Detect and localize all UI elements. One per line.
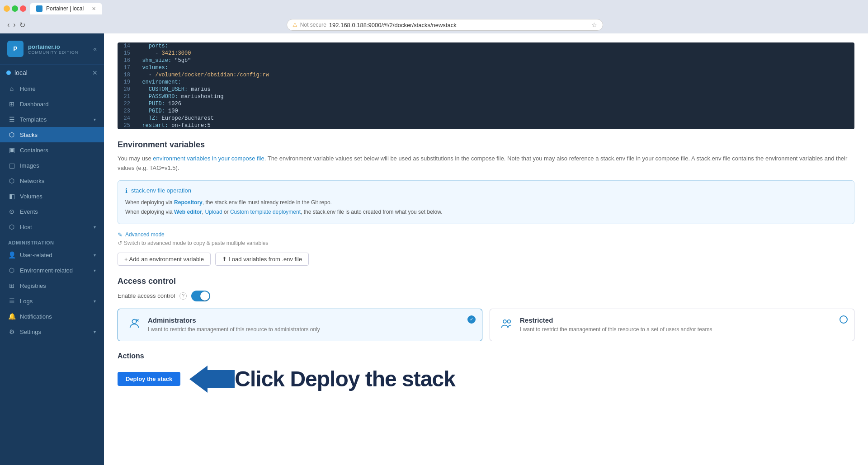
sidebar-item-images[interactable]: ◫ Images <box>0 158 104 173</box>
advanced-mode-link[interactable]: Advanced mode <box>125 231 165 238</box>
info-title: ℹ stack.env file operation <box>125 187 847 194</box>
add-env-variable-button[interactable]: + Add an environment variable <box>118 253 211 266</box>
sidebar-item-label: Events <box>20 208 96 215</box>
sidebar: P portainer.io COMMUNITY EDITION « local… <box>0 33 104 465</box>
admin-section-label: Administration <box>0 235 104 247</box>
load-env-file-button[interactable]: ⬆ Load variables from .env file <box>215 253 309 266</box>
sidebar-item-notifications[interactable]: 🔔 Notifications <box>0 309 104 324</box>
arrow-icon <box>189 366 235 393</box>
sidebar-item-templates[interactable]: ☰ Templates ▾ <box>0 112 104 127</box>
chevron-down-icon: ▾ <box>94 253 96 258</box>
sidebar-item-containers[interactable]: ▣ Containers <box>0 142 104 158</box>
web-editor-link[interactable]: Web editor <box>174 209 202 215</box>
chevron-down-icon: ▾ <box>94 268 96 273</box>
reload-icon[interactable]: ↻ <box>19 21 25 29</box>
deploy-row: Deploy the stack Click Deploy the stack <box>118 366 854 393</box>
chevron-down-icon: ▾ <box>94 225 96 230</box>
env-close-icon[interactable]: ✕ <box>92 69 98 76</box>
sidebar-item-networks[interactable]: ⬡ Networks <box>0 173 104 188</box>
sidebar-item-user-related[interactable]: 👤 User-related ▾ <box>0 247 104 263</box>
bookmark-icon[interactable]: ☆ <box>591 21 597 28</box>
url-text[interactable]: 192.168.0.188:9000/#!/2/docker/stacks/ne… <box>329 22 589 28</box>
sidebar-item-label: Images <box>20 162 96 169</box>
sidebar-item-stacks[interactable]: ⬡ Stacks <box>0 127 104 142</box>
sidebar-logo: P portainer.io COMMUNITY EDITION « <box>0 33 104 65</box>
address-bar[interactable]: ⚠ Not secure 192.168.0.188:9000/#!/2/doc… <box>287 19 603 31</box>
line-number: 15 <box>118 50 136 56</box>
tab-close-icon[interactable]: ✕ <box>92 6 96 12</box>
sidebar-item-label: Templates <box>20 116 89 123</box>
app: P portainer.io COMMUNITY EDITION « local… <box>0 33 868 465</box>
forward-icon[interactable]: › <box>13 21 15 29</box>
images-icon: ◫ <box>8 162 15 169</box>
close-btn[interactable] <box>20 5 26 12</box>
restricted-card[interactable]: Restricted I want to restrict the manage… <box>490 309 854 341</box>
sidebar-item-label: Notifications <box>20 313 96 320</box>
maximize-btn[interactable] <box>12 5 18 12</box>
user-icon: 👤 <box>8 251 15 258</box>
address-bar-wrapper: ‹ › ↻ ⚠ Not secure 192.168.0.188:9000/#!… <box>4 17 864 33</box>
administrators-card[interactable]: Administrators I want to restrict the ma… <box>118 309 482 341</box>
upload-link[interactable]: Upload <box>205 209 222 215</box>
deploy-annotation: Click Deploy the stack <box>189 366 455 393</box>
host-icon: ⬡ <box>8 223 15 230</box>
logo-text-block: portainer.io COMMUNITY EDITION <box>28 43 78 55</box>
env-name[interactable]: local <box>14 69 28 76</box>
info-line-1: When deploying via Repository, the stack… <box>125 198 847 208</box>
active-tab[interactable]: Portainer | local ✕ <box>30 3 102 14</box>
actions-section: Actions Deploy the stack Click Deploy th… <box>118 352 854 393</box>
env-dot <box>6 70 11 75</box>
restricted-card-radio[interactable] <box>840 315 848 324</box>
sidebar-item-dashboard[interactable]: ⊞ Dashboard <box>0 96 104 112</box>
code-line: 23 PGID: 100 <box>118 108 854 115</box>
tab-title: Portainer | local <box>46 5 84 12</box>
containers-icon: ▣ <box>8 146 15 154</box>
custom-template-link[interactable]: Custom template deployment <box>230 209 301 215</box>
sidebar-item-volumes[interactable]: ◧ Volumes <box>0 188 104 204</box>
code-line: 18 - /volume1/docker/obsidian:/config:rw <box>118 71 854 79</box>
chevron-down-icon: ▾ <box>94 299 96 304</box>
sidebar-item-label: Volumes <box>20 193 96 200</box>
window-controls[interactable] <box>4 5 26 12</box>
sidebar-item-label: Settings <box>20 329 89 335</box>
main-content: 14 ports:15 - 3421:300016 shm_size: "5gb… <box>104 33 868 465</box>
access-cards: Administrators I want to restrict the ma… <box>118 309 854 341</box>
content-area: 14 ports:15 - 3421:300016 shm_size: "5gb… <box>104 33 868 402</box>
code-line: 21 PASSWORD: mariushosting <box>118 93 854 100</box>
back-icon[interactable]: ‹ <box>7 21 9 29</box>
sidebar-collapse-icon[interactable]: « <box>93 45 97 52</box>
access-control-section: Access control Enable access control ? <box>118 277 854 341</box>
annotation-text: Click Deploy the stack <box>235 366 455 391</box>
svg-point-4 <box>507 320 510 323</box>
admin-card-radio[interactable] <box>467 315 476 324</box>
code-editor[interactable]: 14 ports:15 - 3421:300016 shm_size: "5gb… <box>118 42 854 129</box>
line-content: volumes: <box>136 65 175 71</box>
sidebar-item-label: Registries <box>20 282 96 289</box>
not-secure-label: Not secure <box>300 22 326 28</box>
switch-hint: ↺ Switch to advanced mode to copy & past… <box>118 240 854 246</box>
sidebar-item-host[interactable]: ⬡ Host ▾ <box>0 219 104 235</box>
line-number: 17 <box>118 65 136 71</box>
sidebar-item-logs[interactable]: ☰ Logs ▾ <box>0 293 104 309</box>
deploy-stack-button[interactable]: Deploy the stack <box>118 372 180 386</box>
restricted-card-title: Restricted <box>520 316 712 324</box>
env-link[interactable]: environment variables in your compose fi… <box>153 155 264 162</box>
tab-favicon <box>36 5 42 12</box>
sidebar-item-settings[interactable]: ⚙ Settings ▾ <box>0 324 104 339</box>
access-control-toggle[interactable] <box>191 291 210 301</box>
env-badge: local <box>6 69 28 76</box>
line-content: - 3421:3000 <box>136 50 198 56</box>
sidebar-item-events[interactable]: ⊙ Events <box>0 204 104 219</box>
actions-title: Actions <box>118 352 854 360</box>
line-content: TZ: Europe/Bucharest <box>136 115 221 122</box>
sidebar-item-environment-related[interactable]: ⬡ Environment-related ▾ <box>0 263 104 278</box>
repository-link[interactable]: Repository <box>174 199 203 206</box>
administrators-icon <box>127 316 142 331</box>
line-content: PUID: 1026 <box>136 101 189 107</box>
sidebar-item-home[interactable]: ⌂ Home <box>0 81 104 96</box>
minimize-btn[interactable] <box>4 5 10 12</box>
toggle-help-icon: ? <box>179 292 187 300</box>
sidebar-item-registries[interactable]: ⊞ Registries <box>0 278 104 293</box>
logs-icon: ☰ <box>8 297 15 305</box>
line-number: 24 <box>118 115 136 122</box>
